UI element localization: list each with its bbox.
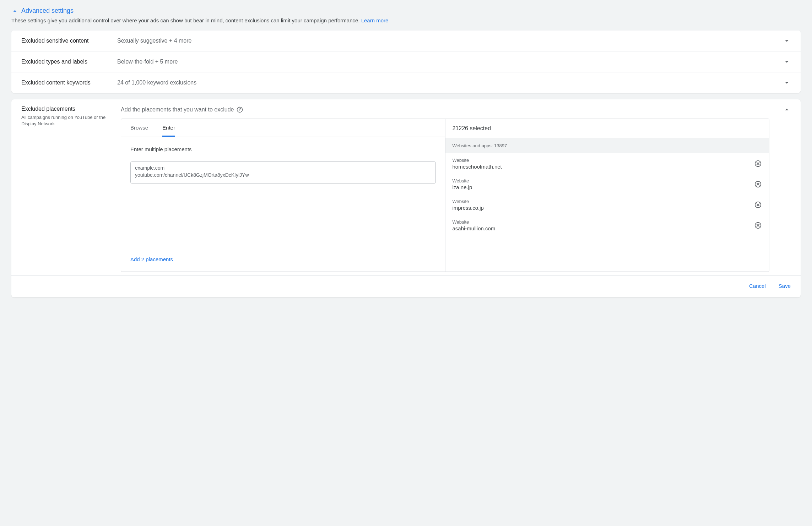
advanced-settings-subtitle: These settings give you additional contr… <box>11 17 801 23</box>
remove-icon[interactable] <box>754 221 762 229</box>
placements-title: Excluded placements <box>21 106 117 112</box>
item-url: impress.co.jp <box>453 205 754 211</box>
chevron-up-icon <box>11 7 18 15</box>
advanced-settings-title: Advanced settings <box>21 7 74 15</box>
chevron-down-icon <box>783 58 791 66</box>
save-button[interactable]: Save <box>779 283 791 289</box>
excluded-content-keywords-row[interactable]: Excluded content keywords 24 of 1,000 ke… <box>11 72 801 93</box>
item-url: asahi-mullion.com <box>453 225 754 231</box>
advanced-settings-toggle[interactable]: Advanced settings <box>11 7 801 15</box>
chevron-down-icon <box>783 79 791 87</box>
row-label: Excluded sensitive content <box>21 38 117 44</box>
excluded-types-labels-row[interactable]: Excluded types and labels Below-the-fold… <box>11 51 801 72</box>
help-icon[interactable] <box>237 106 243 113</box>
list-item: Websitehomeschoolmath.net <box>445 153 769 174</box>
selected-list[interactable]: Websitehomeschoolmath.netWebsiteiza.ne.j… <box>445 153 769 272</box>
exclusion-rows: Excluded sensitive content Sexually sugg… <box>11 31 801 93</box>
row-value: Sexually suggestive + 4 more <box>117 38 783 44</box>
placements-subtitle: All campaigns running on YouTube or the … <box>21 114 117 127</box>
remove-icon[interactable] <box>754 201 762 209</box>
learn-more-link[interactable]: Learn more <box>361 17 389 23</box>
row-label: Excluded types and labels <box>21 59 117 65</box>
placements-entry-pane: Browse Enter Enter multiple placements e… <box>121 119 445 272</box>
row-label: Excluded content keywords <box>21 80 117 86</box>
row-value: Below-the-fold + 5 more <box>117 59 783 65</box>
chevron-down-icon <box>783 37 791 45</box>
item-type-label: Website <box>453 158 754 163</box>
remove-icon[interactable] <box>754 160 762 168</box>
selected-count: 21226 selected <box>445 119 769 138</box>
placements-instruction: Add the placements that you want to excl… <box>121 106 234 113</box>
item-type-label: Website <box>453 178 754 183</box>
excluded-sensitive-content-row[interactable]: Excluded sensitive content Sexually sugg… <box>11 31 801 51</box>
cancel-button[interactable]: Cancel <box>749 283 766 289</box>
row-value: 24 of 1,000 keyword exclusions <box>117 80 783 86</box>
item-url: homeschoolmath.net <box>453 164 754 170</box>
item-type-label: Website <box>453 199 754 204</box>
enter-multiple-label: Enter multiple placements <box>130 146 436 152</box>
tab-browse[interactable]: Browse <box>130 125 148 137</box>
list-item: Websiteimpress.co.jp <box>445 194 769 215</box>
excluded-placements-panel: Excluded placements All campaigns runnin… <box>11 99 801 297</box>
list-item: Websiteasahi-mullion.com <box>445 215 769 236</box>
item-url: iza.ne.jp <box>453 184 754 190</box>
chevron-up-icon[interactable] <box>783 106 791 114</box>
selected-placements-pane: 21226 selected Websites and apps: 13897 … <box>445 119 769 272</box>
add-placements-button[interactable]: Add 2 placements <box>130 256 436 262</box>
list-item: Websiteiza.ne.jp <box>445 174 769 194</box>
placements-textarea[interactable]: example.comyoutube.com/channel/UCk8GzjMO… <box>130 161 436 183</box>
remove-icon[interactable] <box>754 180 762 188</box>
item-type-label: Website <box>453 219 754 225</box>
tab-enter[interactable]: Enter <box>162 125 175 137</box>
websites-apps-group-header: Websites and apps: 13897 <box>445 138 769 153</box>
